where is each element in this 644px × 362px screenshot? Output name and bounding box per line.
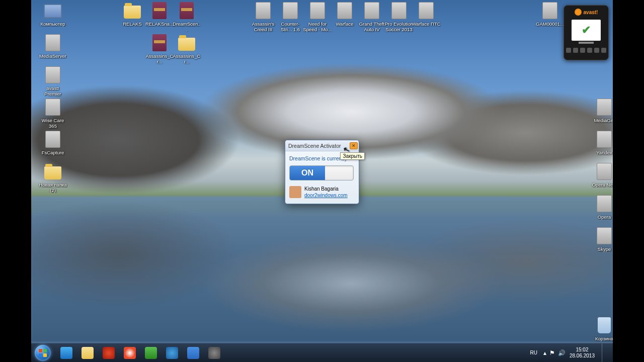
mediaget-icon bbox=[166, 347, 178, 359]
author-avatar bbox=[289, 186, 301, 198]
desktop-icon[interactable]: avast! Premier bbox=[38, 66, 67, 97]
icon-label: DreamScen... bbox=[172, 21, 201, 32]
author-link[interactable]: door2windows.com bbox=[304, 192, 348, 199]
taskbar-pin-explorer[interactable] bbox=[77, 344, 98, 361]
clock[interactable]: 15:02 28.06.2013 bbox=[570, 347, 595, 359]
exe-icon bbox=[308, 2, 327, 20]
icon-label: MediaServer bbox=[38, 53, 67, 59]
desktop-icon[interactable]: MediaServer bbox=[38, 34, 67, 59]
desktop-icon[interactable]: Assassins_Cr... bbox=[172, 34, 201, 64]
toggle-switch[interactable]: ON bbox=[289, 165, 354, 180]
icon-label: Pro Evolution Soccer 2013 bbox=[384, 21, 414, 32]
folder-icon bbox=[123, 2, 141, 20]
language-indicator[interactable]: RU bbox=[528, 349, 539, 356]
icon-label: Need for Speed - Mo... bbox=[303, 21, 332, 32]
desktop-icon[interactable]: Компьютер bbox=[38, 2, 67, 27]
exe-icon bbox=[44, 131, 62, 149]
internet-explorer-icon bbox=[60, 347, 72, 359]
exe-icon bbox=[595, 163, 613, 181]
desktop-icon[interactable]: FsCapture bbox=[38, 131, 67, 155]
system-tray[interactable]: RU ▴ ⚑ 🔊 15:02 28.06.2013 bbox=[528, 343, 613, 363]
exe-icon bbox=[281, 2, 299, 20]
rar-icon bbox=[150, 34, 169, 52]
exe-icon bbox=[417, 2, 435, 20]
computer-icon bbox=[44, 2, 62, 20]
icon-label: Assassin's Creed III bbox=[249, 21, 278, 32]
taskbar-pin-yandex[interactable] bbox=[120, 344, 140, 361]
icon-label: Компьютер bbox=[38, 21, 67, 27]
folder-icon bbox=[44, 163, 62, 181]
utorrent-icon bbox=[145, 347, 157, 359]
desktop-icon[interactable]: Pro Evolution Soccer 2013 bbox=[384, 2, 414, 32]
exe-icon bbox=[44, 66, 62, 84]
show-desktop-button[interactable] bbox=[602, 343, 608, 363]
opera-icon bbox=[103, 347, 115, 359]
desktop-icon[interactable]: Новая папка (2) bbox=[38, 163, 67, 193]
taskbar-pin-utorrent[interactable] bbox=[141, 344, 161, 361]
taskbar[interactable]: RU ▴ ⚑ 🔊 15:02 28.06.2013 bbox=[31, 343, 613, 362]
icon-label: Assassins_Cr... bbox=[172, 53, 201, 64]
icon-label: avast! Premier bbox=[38, 85, 67, 97]
folder-icon bbox=[178, 34, 196, 52]
wallpaper-reflection bbox=[31, 196, 613, 342]
desktop-icon[interactable]: Warface bbox=[330, 2, 359, 27]
icon-label: RELAKS bbox=[118, 21, 147, 27]
desktop-icon[interactable]: Counter-Stri... 1.6 bbox=[276, 2, 305, 32]
exe-icon bbox=[254, 2, 272, 20]
icon-label: Warface ПТС bbox=[412, 21, 441, 27]
mail-icon bbox=[187, 347, 199, 359]
window-title: DreamScene Activator bbox=[288, 143, 341, 149]
explorer-icon bbox=[82, 347, 94, 359]
yandex-icon bbox=[124, 347, 136, 359]
exe-icon bbox=[595, 227, 613, 245]
author-name: Kishan Bagaria bbox=[304, 186, 348, 192]
avast-gadget[interactable]: avast! bbox=[564, 5, 609, 60]
taskbar-pin-opera-next[interactable] bbox=[204, 344, 224, 361]
toggle-on-label: ON bbox=[290, 166, 325, 180]
icon-label: Grand Theft Auto IV bbox=[357, 21, 386, 32]
desktop-icon[interactable]: Need for Speed - Mo... bbox=[303, 2, 332, 32]
exe-icon bbox=[363, 2, 381, 20]
opera-next-icon bbox=[208, 347, 220, 359]
icon-label: Assassins_Cr... bbox=[145, 53, 174, 64]
windows-orb-icon bbox=[35, 345, 51, 361]
taskbar-pin-mail[interactable] bbox=[183, 344, 203, 361]
rar-icon bbox=[178, 2, 196, 20]
desktop-icon[interactable]: Wise Care 365 bbox=[38, 99, 67, 129]
desktop-icon[interactable]: Warface ПТС bbox=[412, 2, 441, 27]
exe-icon bbox=[595, 195, 613, 213]
desktop-icon[interactable]: DreamScen... bbox=[172, 2, 201, 32]
rar-icon bbox=[150, 2, 169, 20]
icon-label: Новая папка (2) bbox=[38, 182, 67, 193]
desktop[interactable]: КомпьютерMediaServeravast! PremierWise C… bbox=[31, 0, 613, 362]
exe-icon bbox=[541, 2, 559, 20]
taskbar-pin-mediaget[interactable] bbox=[162, 344, 182, 361]
icon-label: Wise Care 365 bbox=[38, 118, 67, 129]
desktop-icon[interactable]: GAM00001... bbox=[535, 2, 565, 27]
gadget-social-icons[interactable] bbox=[566, 48, 606, 53]
taskbar-pin-internet-explorer[interactable] bbox=[56, 344, 76, 361]
dreamscene-window[interactable]: DreamScene Activator ✕ ↖ Закрыть DreamSc… bbox=[285, 140, 359, 204]
tray-arrow-icon[interactable]: ▴ bbox=[543, 349, 546, 356]
gadget-status-icon bbox=[572, 20, 601, 41]
exe-icon bbox=[595, 131, 613, 149]
exe-icon bbox=[595, 99, 613, 117]
desktop-icon[interactable]: RELAKS bbox=[118, 2, 147, 27]
start-button[interactable] bbox=[31, 343, 54, 363]
exe-icon bbox=[390, 2, 408, 20]
desktop-icon[interactable]: RELAKSna... bbox=[145, 2, 174, 27]
bin-icon bbox=[595, 317, 613, 335]
exe-icon bbox=[336, 2, 354, 20]
desktop-icon[interactable]: Assassins_Cr... bbox=[145, 34, 174, 64]
desktop-icon[interactable]: Assassin's Creed III bbox=[249, 2, 278, 32]
icon-label: RELAKSna... bbox=[145, 21, 174, 27]
exe-icon bbox=[44, 34, 62, 52]
desktop-icon[interactable]: Grand Theft Auto IV bbox=[357, 2, 386, 32]
icon-label: Warface bbox=[330, 21, 359, 27]
taskbar-pin-opera[interactable] bbox=[99, 344, 119, 361]
tray-volume-icon[interactable]: 🔊 bbox=[558, 349, 566, 356]
icon-label: FsCapture bbox=[38, 150, 67, 155]
icon-label: GAM00001... bbox=[535, 21, 565, 27]
close-button[interactable]: ✕ bbox=[350, 142, 358, 149]
tray-flag-icon[interactable]: ⚑ bbox=[549, 349, 555, 356]
